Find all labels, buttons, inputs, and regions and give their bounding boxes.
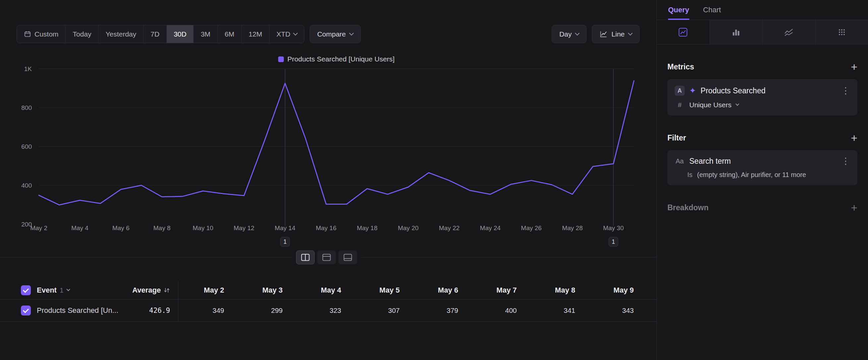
line-chart: 2004006008001KMay 2May 4May 6May 8May 10… (0, 63, 656, 252)
chart-legend: Products Searched [Unique Users] (39, 55, 634, 63)
date-range-xtd[interactable]: XTD (270, 25, 304, 43)
select-all-checkbox[interactable] (21, 285, 31, 295)
add-breakdown-button[interactable]: + (851, 203, 858, 212)
svg-text:800: 800 (21, 104, 32, 111)
breakdown-section-header: Breakdown + (668, 202, 858, 213)
bar-chart-icon (731, 27, 741, 37)
chart-type-more-tab[interactable] (815, 20, 868, 44)
annotation-badge-label: 1 (612, 239, 615, 245)
metrics-section-header: Metrics + (668, 62, 858, 72)
chart-type-stacked-tab[interactable] (762, 20, 815, 44)
svg-text:600: 600 (21, 143, 32, 150)
filter-condition-row[interactable]: Is (empty string), Air purifier, or 11 m… (675, 171, 850, 179)
date-range-30d[interactable]: 30D (167, 25, 194, 43)
svg-text:May 8: May 8 (154, 224, 171, 231)
chevron-down-icon (736, 102, 739, 106)
metric-card[interactable]: A ✦ Products Searched ⋮ # Unique Users (668, 79, 858, 116)
date-range-3m[interactable]: 3M (194, 25, 217, 43)
display-controls: Day Line (552, 25, 640, 43)
granularity-button[interactable]: Day (552, 25, 587, 43)
chevron-down-icon (349, 31, 354, 35)
line-chart-icon (599, 30, 608, 38)
cell-value: 379 (400, 307, 459, 314)
svg-text:May 18: May 18 (357, 224, 377, 231)
text-type-icon: Aa (675, 158, 685, 165)
tab-chart[interactable]: Chart (703, 0, 721, 20)
column-header: May 2 (178, 286, 224, 295)
cell-value: 307 (341, 307, 400, 314)
date-range-custom[interactable]: Custom (17, 25, 66, 43)
table-row: Products Searched [Un... 426.9 349 299 3… (0, 300, 656, 322)
column-header: May 3 (224, 286, 283, 295)
results-table: Event 1 Average May 2 May 3 May 4 May 5 … (0, 281, 656, 322)
table-header-row: Event 1 Average May 2 May 3 May 4 May 5 … (0, 281, 656, 300)
chevron-down-icon (293, 31, 298, 35)
add-metric-button[interactable]: + (851, 62, 858, 72)
svg-text:May 26: May 26 (521, 224, 541, 231)
main-area: Custom Today Yesterday 7D 30D 3M 6M 12M … (0, 0, 656, 360)
date-range-6m[interactable]: 6M (218, 25, 242, 43)
cell-value: 341 (517, 307, 576, 314)
table-header-left: Event 1 Average (0, 281, 178, 299)
layout-top-icon (322, 254, 331, 261)
sort-icon[interactable] (163, 287, 170, 294)
date-range-yesterday[interactable]: Yesterday (98, 25, 144, 43)
metrics-heading: Metrics (668, 62, 694, 72)
event-sparkle-icon: ✦ (689, 87, 696, 95)
compare-button[interactable]: Compare (310, 25, 361, 43)
date-range-today[interactable]: Today (66, 25, 98, 43)
cell-value: 349 (178, 307, 224, 314)
metric-event-name[interactable]: Products Searched (701, 86, 766, 95)
row-checkbox[interactable] (21, 306, 31, 315)
chart-toolbar: Custom Today Yesterday 7D 30D 3M 6M 12M … (17, 25, 640, 43)
svg-text:May 6: May 6 (113, 224, 130, 231)
filter-card[interactable]: Aa Search term ⋮ Is (empty string), Air … (668, 150, 858, 185)
date-range-label: Custom (34, 30, 58, 38)
cell-value: 299 (224, 307, 283, 314)
add-filter-button[interactable]: + (851, 133, 858, 142)
layout-chart-only-button[interactable] (317, 250, 336, 265)
chart-type-bar-tab[interactable] (710, 20, 763, 44)
aggregation-label: Unique Users (689, 101, 732, 109)
date-range-12m[interactable]: 12M (242, 25, 270, 43)
layout-table-bottom-button[interactable] (339, 250, 357, 265)
metric-aggregation-row[interactable]: # Unique Users (675, 101, 850, 109)
chevron-down-icon[interactable] (66, 287, 70, 291)
layout-toggle-group (292, 250, 361, 265)
svg-text:May 20: May 20 (398, 224, 418, 231)
date-range-control: Custom Today Yesterday 7D 30D 3M 6M 12M … (17, 25, 304, 43)
average-header: Average (132, 286, 170, 295)
chevron-down-icon (575, 31, 580, 35)
cell-value: 343 (575, 307, 634, 314)
table-row-left: Products Searched [Un... 426.9 (0, 300, 178, 322)
layout-split-icon (301, 254, 310, 261)
column-header: May 8 (517, 286, 576, 295)
row-label: Products Searched [Un... (37, 306, 118, 315)
column-header: May 6 (400, 286, 459, 295)
chart-type-insights-tab[interactable] (657, 20, 710, 44)
annotation-badge-label: 1 (283, 239, 287, 245)
breakdown-heading: Breakdown (668, 203, 709, 212)
chart-type-tabs (657, 20, 868, 45)
series-letter-badge: A (675, 86, 685, 95)
layout-bottom-icon (343, 254, 352, 261)
filter-property-name[interactable]: Search term (689, 157, 731, 166)
kebab-menu-icon[interactable]: ⋮ (841, 157, 850, 166)
chevron-down-icon (628, 31, 632, 35)
svg-text:May 12: May 12 (234, 224, 254, 231)
event-label: Event (37, 286, 57, 295)
event-count: 1 (60, 286, 64, 294)
column-header: May 5 (341, 286, 400, 295)
filter-card-title-row: Aa Search term ⋮ (675, 157, 850, 166)
tab-query[interactable]: Query (668, 0, 689, 20)
chart-style-button[interactable]: Line (592, 25, 640, 43)
svg-text:May 10: May 10 (193, 224, 213, 231)
date-range-7d[interactable]: 7D (144, 25, 167, 43)
date-controls: Custom Today Yesterday 7D 30D 3M 6M 12M … (17, 25, 361, 43)
legend-swatch (278, 56, 284, 62)
kebab-menu-icon[interactable]: ⋮ (841, 86, 850, 95)
cell-value: 400 (458, 307, 517, 314)
svg-text:May 24: May 24 (480, 224, 501, 231)
svg-text:May 16: May 16 (316, 224, 336, 231)
layout-table-right-button[interactable] (296, 250, 315, 265)
